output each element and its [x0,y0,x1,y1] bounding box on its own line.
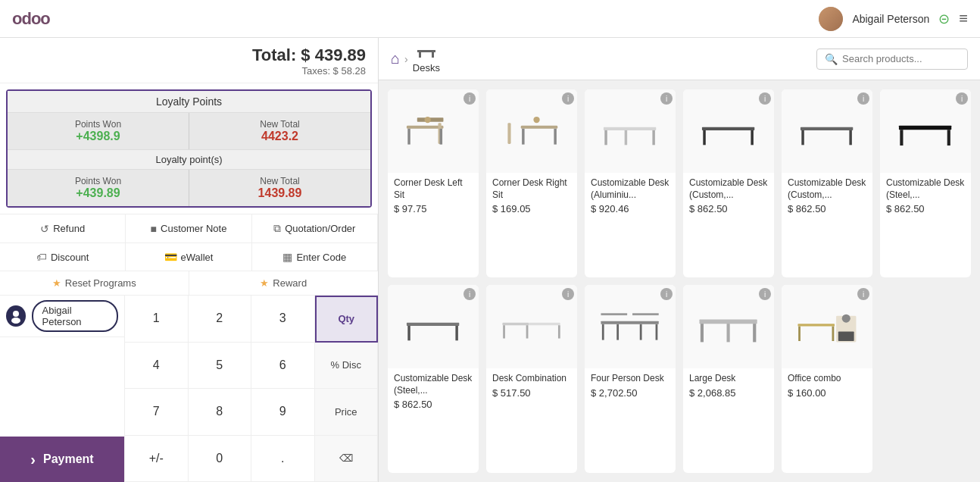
backspace-button[interactable]: ⌫ [315,436,379,483]
numpad-3[interactable]: 3 [251,296,315,343]
customer-note-button[interactable]: ■ Customer Note [126,214,251,243]
svg-rect-17 [605,130,607,145]
ewallet-button[interactable]: 💳 eWallet [126,243,251,271]
product-card[interactable]: i Customizable Desk (Steel,... $ 862.50 [388,285,479,473]
product-card[interactable]: i Corner Desk Left Sit $ 97.75 [388,89,479,277]
product-name: Desk Combination [492,373,571,385]
info-badge[interactable]: i [463,92,476,105]
product-card[interactable]: i Four Person Desk $ 2,702.50 [585,285,676,473]
payment-label: Payment [43,452,94,466]
qty-button[interactable]: Qty [315,296,379,343]
svg-point-0 [13,311,19,317]
desk-category-icon: Desks [413,44,440,74]
enter-code-button[interactable]: ▦ Enter Code [252,243,378,271]
product-price: $ 920.46 [591,203,669,214]
payment-button[interactable]: › Payment [0,437,124,482]
discount-button[interactable]: 🏷 Discount [0,243,126,271]
svg-rect-47 [727,324,730,343]
numpad-8[interactable]: 8 [189,389,252,436]
breadcrumb: ⌂ › Desks [391,44,807,74]
hamburger-menu-icon[interactable]: ≡ [959,10,968,27]
pct-disc-button[interactable]: % Disc [315,343,379,390]
price-button[interactable]: Price [315,389,379,436]
product-card[interactable]: i Customizable Desk (Aluminiu... $ 920.4… [585,89,676,277]
svg-rect-14 [554,129,557,145]
loyalty-panel: Loyalty Points Points Won +4398.9 New To… [6,89,372,208]
info-badge[interactable]: i [956,92,968,105]
info-badge[interactable]: i [562,92,574,105]
product-name: Office combo [788,373,866,385]
numpad-0[interactable]: 0 [189,436,252,483]
numpad-area: 1 2 3 Qty 4 5 6 % Disc 7 8 9 Price +/- 0… [125,296,378,482]
wifi-icon: ⊝ [938,11,950,27]
reward-button[interactable]: ★ Reward [189,271,379,295]
avatar-img [819,7,843,31]
programs-row: ★ Reset Programs ★ Reward [0,271,378,296]
svg-rect-27 [900,130,904,146]
quotation-button[interactable]: ⧉ Quotation/Order [252,214,378,243]
product-name: Four Person Desk [591,373,669,385]
numpad-7[interactable]: 7 [125,389,189,436]
numpad-grid: 1 2 3 Qty 4 5 6 % Disc 7 8 9 Price +/- 0… [125,296,378,482]
numpad-9[interactable]: 9 [251,389,315,436]
product-name: Corner Desk Right Sit [492,177,571,201]
product-card[interactable]: i Customizable Desk (Steel,... $ 862.50 [880,89,971,277]
svg-rect-25 [850,130,852,145]
points-won-cell: Points Won +4398.9 [8,113,189,149]
avatar [819,7,843,31]
home-icon[interactable]: ⌂ [391,50,400,67]
refund-button[interactable]: ↺ Refund [0,214,126,243]
svg-rect-44 [700,320,757,324]
odoo-logo: odoo [12,9,50,29]
product-name: Customizable Desk (Steel,... [886,177,965,201]
svg-rect-4 [432,52,434,58]
svg-rect-35 [526,326,529,339]
info-badge[interactable]: i [759,288,771,300]
info-badge[interactable]: i [463,288,476,300]
right-header: ⌂ › Desks 🔍 [379,38,980,80]
info-badge[interactable]: i [857,288,869,300]
right-panel: ⌂ › Desks 🔍 i [379,38,980,482]
product-info: Customizable Desk (Steel,... $ 862.50 [880,173,971,221]
product-card[interactable]: i Customizable Desk (Custom,... $ 862.50 [782,89,872,277]
info-badge[interactable]: i [857,92,869,105]
loyalty-title: Loyalty Points [8,91,370,113]
numpad-6[interactable]: 6 [251,343,315,390]
svg-rect-16 [604,127,656,130]
points-won-cell-2: Points Won +439.89 [8,170,189,206]
svg-rect-39 [617,324,620,340]
numpad-4[interactable]: 4 [125,343,189,390]
search-box[interactable]: 🔍 [816,49,968,70]
numpad-1[interactable]: 1 [125,296,189,343]
info-badge[interactable]: i [660,92,673,105]
product-card[interactable]: i Customizable Desk (Custom,... $ 862.50 [683,89,774,277]
svg-rect-5 [407,126,444,129]
breadcrumb-separator: › [404,53,408,65]
action-buttons: ↺ Refund ■ Customer Note ⧉ Quotation/Ord… [0,214,378,271]
numpad-5[interactable]: 5 [189,343,252,390]
product-card[interactable]: i Office combo $ 160.00 [782,285,872,473]
info-badge[interactable]: i [759,92,771,105]
product-card[interactable]: i Large Desk $ 2,068.85 [683,285,774,473]
numpad-2[interactable]: 2 [189,296,252,343]
reset-programs-button[interactable]: ★ Reset Programs [0,271,189,295]
svg-rect-36 [558,326,560,339]
customer-name[interactable]: Abigail Peterson [32,300,118,332]
search-input[interactable] [842,53,948,64]
topbar-left: odoo [12,9,50,29]
product-card[interactable]: i Corner Desk Right Sit $ 169.05 [486,89,577,277]
left-panel: Total: $ 439.89 Taxes: $ 58.28 Loyalty P… [0,38,379,482]
refund-icon: ↺ [40,223,49,235]
breadcrumb-label: Desks [413,62,440,74]
numpad-dot[interactable]: . [251,436,315,483]
discount-label: Discount [51,252,89,263]
svg-rect-34 [504,326,506,339]
info-badge[interactable]: i [660,288,673,300]
product-card[interactable]: i Desk Combination $ 517.50 [486,285,577,473]
info-badge[interactable]: i [562,288,574,300]
svg-rect-29 [407,323,459,326]
total-header: Total: $ 439.89 Taxes: $ 58.28 [0,38,378,83]
svg-rect-41 [656,324,658,340]
svg-rect-7 [408,129,410,145]
numpad-plusminus[interactable]: +/- [125,436,189,483]
